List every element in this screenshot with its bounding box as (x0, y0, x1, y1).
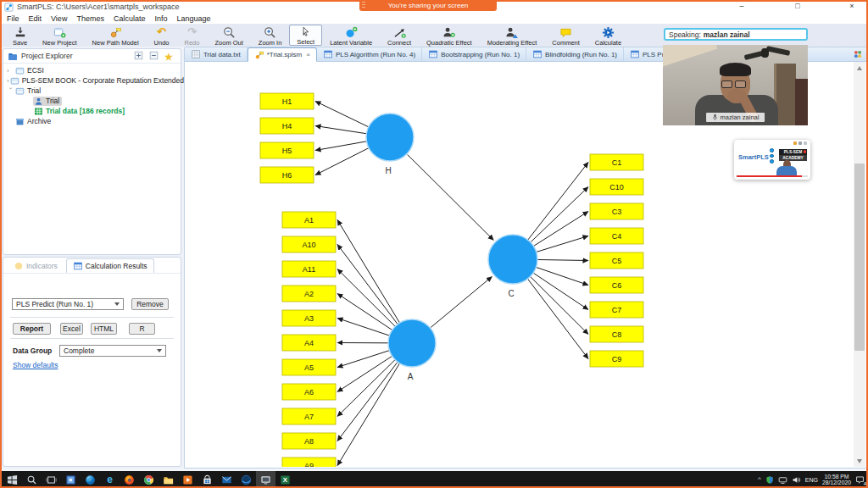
undo-icon: ↶ (157, 26, 166, 38)
taskbar-mail[interactable] (217, 471, 236, 488)
show-defaults-link[interactable]: Show defaults (13, 361, 58, 369)
collapse-arrow-icon[interactable]: › (7, 67, 14, 75)
taskbar-task-view[interactable] (42, 471, 61, 488)
latent-variable-A[interactable] (388, 319, 436, 367)
toolbar-undo[interactable]: ↶Undo (147, 25, 177, 46)
path-arrow (536, 267, 588, 285)
toolbar-latent-variable[interactable]: Latent Variable (322, 25, 380, 46)
volume-icon[interactable] (792, 475, 801, 485)
editor-tab-trial-splsm[interactable]: *Trial.splsm× (248, 47, 317, 62)
scrollbar-thumb[interactable] (854, 164, 865, 351)
editor-tab-bootstrapping-run-no-1[interactable]: Bootstrapping (Run No. 1) (422, 47, 526, 61)
video-thumbnail[interactable]: SmartPLS PLS-SEM ACADEMY (734, 140, 810, 180)
menu-edit[interactable]: Edit (29, 14, 42, 23)
toolbar-zoom-in[interactable]: Zoom In (251, 25, 290, 46)
taskbar-meeting-app[interactable] (256, 471, 275, 488)
toolbar-zoom-out[interactable]: Zoom Out (207, 25, 250, 46)
taskbar-photos[interactable] (61, 471, 81, 488)
taskbar-store[interactable] (198, 471, 217, 488)
tab-indicators[interactable]: Indicators (7, 258, 64, 273)
taskbar-chrome[interactable] (139, 471, 159, 488)
tree-item-trial-data-186-records[interactable]: Trial data [186 records] (3, 106, 181, 116)
tree-item-ecsi[interactable]: ›ECSI (3, 65, 181, 75)
tree-item-trial[interactable]: ›Trial (3, 86, 181, 96)
latent-variable-H[interactable] (366, 114, 414, 161)
favorites-icon[interactable]: ★ (164, 51, 177, 62)
tab-calculation-results[interactable]: Calculation Results (66, 258, 154, 273)
toolbar-new-project[interactable]: New Project (35, 25, 84, 46)
tree-item-trial[interactable]: Trial (3, 96, 181, 106)
taskbar-internet-explorer[interactable]: e (100, 471, 120, 488)
toolbar-select[interactable]: Select (289, 25, 322, 46)
vertical-scrollbar[interactable] (854, 62, 865, 467)
toolbar-calculate[interactable]: Calculate (587, 25, 629, 46)
remove-button[interactable]: Remove (131, 298, 169, 310)
path-arrow (537, 259, 588, 260)
path-arrow (337, 356, 392, 391)
taskbar-excel[interactable]: X (275, 471, 295, 488)
taskbar-globe[interactable] (236, 471, 256, 488)
construct-label-C: C (508, 289, 514, 298)
room-cabinet (795, 79, 808, 125)
construct-label-H: H (385, 166, 391, 175)
taskbar-firefox[interactable] (120, 471, 139, 488)
toolbar-comment[interactable]: Comment (544, 25, 587, 46)
expand-arrow-icon[interactable]: › (7, 87, 14, 95)
export-html-button[interactable]: HTML (91, 323, 117, 335)
close-button[interactable]: × (841, 0, 863, 13)
menu-file[interactable]: File (7, 14, 19, 23)
glasses (735, 80, 746, 88)
view-menu-icon[interactable] (849, 47, 866, 61)
editor-tab-pls-algorithm-run-no-4[interactable]: PLS Algorithm (Run No. 4) (317, 47, 422, 61)
hidden-icons-chevron[interactable]: ^ (758, 476, 761, 483)
menu-language[interactable]: Language (176, 14, 210, 23)
toolbar-redo[interactable]: ↷Redo (177, 25, 208, 46)
construct-H[interactable]: H1H4H5H6H (260, 93, 414, 183)
scroll-up-arrow[interactable] (854, 62, 865, 74)
data-group-label: Data Group (13, 347, 52, 355)
toolbar-connect[interactable]: Connect (380, 25, 419, 46)
maximize-button[interactable]: □ (787, 0, 809, 13)
add-icon[interactable] (134, 51, 147, 62)
chevron-down-icon (114, 302, 120, 306)
taskbar-edge[interactable] (81, 471, 100, 488)
network-icon[interactable] (778, 475, 787, 485)
toolbar-moderating-effect[interactable]: Moderating Effect (480, 25, 545, 46)
taskbar-search[interactable] (22, 471, 42, 488)
construct-A[interactable]: A1A10A11A2A3A4A5A6A7A8A9A (282, 212, 436, 467)
export-r-button[interactable]: R (129, 323, 155, 335)
webcam-video[interactable]: mazlan zainal (663, 45, 808, 125)
security-shield-icon[interactable] (765, 475, 774, 485)
action-center-icon[interactable]: 4 (855, 475, 865, 485)
participant-name: mazlan zainal (721, 114, 760, 121)
taskbar-start[interactable] (3, 471, 22, 488)
export-report-button[interactable]: Report (13, 323, 51, 335)
latent-variable-C[interactable] (488, 235, 537, 284)
taskbar-movies-tv[interactable] (178, 471, 198, 488)
run-select[interactable]: PLS Predict (Run No. 1) (12, 298, 124, 310)
speaking-indicator: Speaking:mazlan zainal (664, 28, 808, 41)
tab-close-icon[interactable]: × (306, 51, 310, 58)
menu-view[interactable]: View (51, 14, 67, 23)
data-group-select[interactable]: Complete (59, 345, 166, 357)
scroll-down-arrow[interactable] (854, 455, 865, 467)
toolbar-save[interactable]: Save (5, 25, 35, 46)
minimize-button[interactable]: – (731, 0, 753, 13)
collapse-icon[interactable] (149, 51, 162, 62)
toolbar-new-path-model[interactable]: New Path Model (85, 25, 147, 46)
report-icon (428, 49, 438, 59)
clock[interactable]: 10:58 PM 28/12/2020 (822, 474, 851, 486)
language-indicator[interactable]: ENG (805, 477, 818, 483)
taskbar-file-explorer[interactable] (159, 471, 178, 488)
editor-tab-blindfolding-run-no-1[interactable]: Blindfolding (Run No. 1) (526, 47, 624, 61)
tree-item-pls-sem-book-corporate-reputation-extended[interactable]: ›PLS-SEM BOOK - Corporate Reputation Ext… (3, 75, 181, 86)
toolbar-quadratic-effect[interactable]: Quadratic Effect (419, 25, 480, 46)
path-arrow (337, 294, 392, 330)
menu-calculate[interactable]: Calculate (114, 14, 146, 23)
menu-themes[interactable]: Themes (76, 14, 104, 23)
tree-item-archive[interactable]: Archive (3, 116, 181, 126)
editor-tab-trial-data-txt[interactable]: Trial data.txt (185, 47, 248, 61)
menu-info[interactable]: Info (154, 14, 167, 23)
redo-icon: ↷ (187, 26, 197, 38)
export-excel-button[interactable]: Excel (60, 323, 83, 335)
